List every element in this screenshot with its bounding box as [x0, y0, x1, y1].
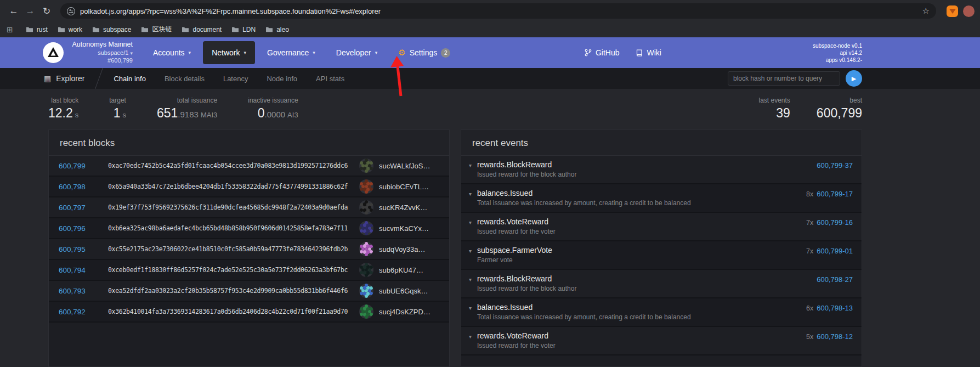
apps-version: apps v0.146.2- — [813, 57, 862, 64]
explorer-label: Explorer — [56, 74, 84, 83]
nav-item-accounts[interactable]: Accounts ▾ — [144, 41, 200, 64]
author-identicon[interactable] — [359, 242, 373, 256]
folder-icon — [141, 26, 149, 32]
tab-api-stats[interactable]: API stats — [316, 75, 344, 83]
event-block-link[interactable]: 600,798-13 — [817, 304, 853, 312]
block-search: ▶ — [728, 70, 862, 87]
author-identicon[interactable] — [359, 263, 373, 277]
block-number-link[interactable]: 600,796 — [59, 224, 108, 233]
api-version: api v14.2 — [813, 49, 862, 57]
block-author-address[interactable]: subiobCEvTL… — [379, 183, 440, 191]
event-main: rewards.BlockReward Issued reward for th… — [477, 274, 576, 292]
event-block-link[interactable]: 600,799-01 — [817, 247, 853, 255]
table-row: 600,793 0xea52dfdf2aa03023a2cf20b35b5875… — [49, 281, 449, 302]
block-number-link[interactable]: 600,795 — [59, 245, 108, 253]
block-hash: 0xc55e2175ac23e7306022ce41b8510c0fc585a0… — [108, 245, 359, 253]
block-number-link[interactable]: 600,793 — [59, 287, 108, 295]
event-block-link[interactable]: 600,799-16 — [817, 218, 853, 227]
wiki-link[interactable]: Wiki — [636, 48, 661, 57]
metamask-extension-icon[interactable] — [947, 5, 958, 17]
author-identicon[interactable] — [359, 221, 373, 235]
site-info-icon[interactable] — [67, 7, 75, 15]
nav-label: Governance — [267, 48, 309, 57]
chevron-down-icon[interactable]: ▾ — [469, 276, 472, 283]
block-search-input[interactable] — [728, 71, 840, 86]
event-main: balances.Issued Total issuance was incre… — [477, 189, 691, 207]
author-identicon[interactable] — [359, 284, 373, 298]
list-item: ▾ rewards.VoteReward Issued reward for t… — [461, 327, 862, 355]
tab-block-details[interactable]: Block details — [165, 75, 205, 83]
block-author-address[interactable]: sudqVoy33a… — [379, 245, 440, 253]
browser-forward-icon[interactable]: → — [22, 3, 38, 19]
block-number-link[interactable]: 600,797 — [59, 204, 108, 212]
bookmark-folder[interactable]: LDN — [226, 24, 260, 35]
tab-node-info[interactable]: Node info — [267, 75, 297, 83]
block-number-link[interactable]: 600,794 — [59, 266, 108, 274]
event-description: Total issuance was increased by amount, … — [477, 199, 691, 207]
tab-chain-info[interactable]: Chain info — [114, 75, 146, 83]
folder-icon — [58, 26, 65, 32]
bookmark-folder[interactable]: work — [53, 24, 87, 35]
panel-title: recent blocks — [49, 130, 449, 156]
tab-latency[interactable]: Latency — [223, 75, 248, 83]
author-identicon[interactable] — [359, 304, 373, 319]
network-selector[interactable]: subspace/1 ▾ — [68, 49, 133, 57]
block-author-address[interactable]: sucWALkfJoS… — [379, 162, 440, 170]
author-identicon[interactable] — [359, 159, 373, 173]
list-item: ▾ balances.Issued Total issuance was inc… — [461, 298, 862, 327]
block-hash: 0xac70edc7452b5c42a5fd01fcaac4b054ccee3d… — [108, 162, 359, 170]
list-item: ▾ rewards.VoteReward Issued reward for t… — [461, 213, 862, 241]
stat-value: 0 — [258, 106, 265, 120]
explorer-section[interactable]: ▦ Explorer — [44, 74, 84, 83]
chevron-down-icon[interactable]: ▾ — [469, 191, 472, 197]
nav-label: Settings — [410, 48, 438, 57]
browser-address-bar[interactable]: polkadot.js.org/apps/?rpc=wss%3A%2F%2Frp… — [60, 3, 936, 19]
author-identicon[interactable] — [359, 200, 373, 214]
apps-grid-icon[interactable]: ⊞ — [7, 25, 13, 34]
version-info: subspace-node v0.1 api v14.2 apps v0.146… — [813, 42, 862, 64]
nav-item-network[interactable]: Network ▾ — [203, 41, 255, 64]
bookmark-folder[interactable]: document — [177, 24, 226, 35]
block-author-address[interactable]: sub6pKU47… — [379, 266, 440, 274]
github-link[interactable]: GitHub — [585, 48, 620, 57]
chevron-down-icon[interactable]: ▾ — [469, 334, 472, 340]
bookmark-folder[interactable]: aleo — [260, 24, 294, 35]
bookmark-folder[interactable]: rust — [21, 24, 53, 35]
nav-item-developer[interactable]: Developer ▾ — [327, 41, 386, 64]
event-link-wrap: 600,798-27 — [813, 274, 853, 284]
block-author-address[interactable]: sucvmKaCYx… — [379, 224, 440, 233]
block-author-address[interactable]: subUE6Gqsk… — [379, 287, 440, 295]
event-block-link[interactable]: 600,798-12 — [817, 332, 853, 341]
search-go-button[interactable]: ▶ — [846, 70, 862, 87]
table-row: 600,795 0xc55e2175ac23e7306022ce41b8510c… — [49, 239, 449, 260]
bookmark-star-icon[interactable]: ☆ — [922, 6, 930, 16]
event-block-link[interactable]: 600,799-37 — [817, 161, 853, 170]
bookmark-folder[interactable]: 区块链 — [136, 23, 177, 36]
browser-reload-icon[interactable]: ↻ — [38, 3, 55, 19]
url-text: polkadot.js.org/apps/?rpc=wss%3A%2F%2Frp… — [80, 7, 381, 15]
stats-right: last events 39 best 600,799 — [732, 97, 862, 121]
stat-label: inactive issuance — [248, 97, 298, 104]
block-author-address[interactable]: sucKR4ZvvK… — [379, 204, 440, 212]
block-number-link[interactable]: 600,792 — [59, 308, 108, 316]
author-identicon[interactable] — [359, 179, 373, 194]
chevron-down-icon[interactable]: ▾ — [469, 219, 472, 225]
chevron-down-icon[interactable]: ▾ — [469, 162, 472, 168]
event-block-link[interactable]: 600,799-17 — [817, 190, 853, 198]
browser-back-icon[interactable]: ← — [5, 3, 22, 19]
best-block-number: #600,799 — [68, 57, 133, 65]
explorer-tabs: Chain info Block details Latency Node in… — [114, 75, 344, 83]
block-number-link[interactable]: 600,798 — [59, 183, 108, 191]
chevron-down-icon[interactable]: ▾ — [469, 248, 472, 254]
chain-logo[interactable] — [43, 42, 64, 63]
chevron-down-icon[interactable]: ▾ — [469, 305, 472, 311]
stat-label: last block — [48, 97, 78, 104]
bookmark-folder[interactable]: subspace — [87, 24, 136, 35]
block-number-link[interactable]: 600,799 — [59, 162, 108, 170]
nav-item-governance[interactable]: Governance ▾ — [258, 41, 324, 64]
event-block-link[interactable]: 600,798-27 — [817, 275, 853, 284]
block-author-address[interactable]: sucj4DsKZPD… — [379, 308, 440, 316]
chain-info: Autonomys Mainnet subspace/1 ▾ #600,799 — [68, 41, 133, 64]
divider — [93, 68, 105, 89]
browser-profile-avatar[interactable] — [963, 5, 975, 17]
